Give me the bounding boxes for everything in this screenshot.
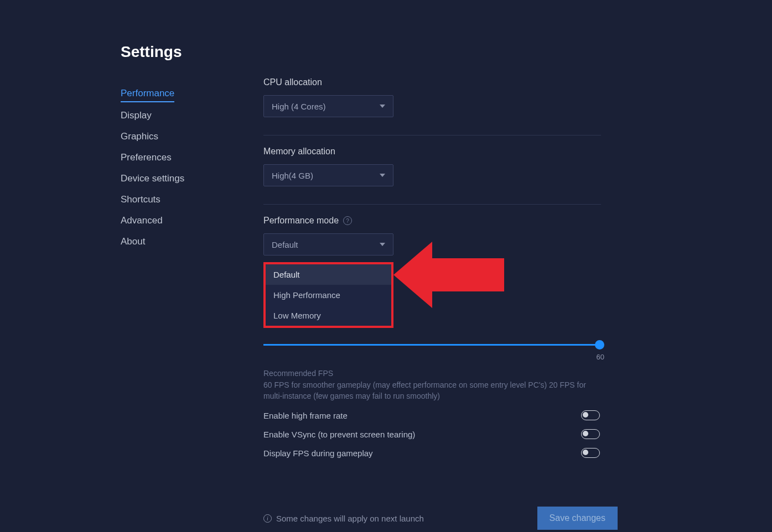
sidebar-item-device-settings[interactable]: Device settings <box>121 168 263 189</box>
chevron-down-icon <box>380 243 385 246</box>
sidebar-item-display[interactable]: Display <box>121 105 263 126</box>
red-arrow-annotation-icon <box>393 239 510 311</box>
toggle-display-fps-row: Display FPS during gameplay <box>263 448 600 458</box>
help-icon[interactable]: ? <box>343 216 352 225</box>
performance-mode-value: Default <box>272 240 298 249</box>
toggle-knob <box>583 431 588 436</box>
toggle-display-fps-label: Display FPS during gameplay <box>263 448 373 458</box>
memory-allocation-select[interactable]: High(4 GB) <box>263 164 393 186</box>
perf-mode-option-high-performance[interactable]: High Performance <box>266 285 391 305</box>
toggle-vsync[interactable] <box>581 429 600 439</box>
sidebar: Performance Display Graphics Preferences… <box>121 41 263 530</box>
cpu-allocation-label: CPU allocation <box>263 77 717 87</box>
cpu-allocation-value: High (4 Cores) <box>272 102 326 111</box>
chevron-down-icon <box>380 105 385 108</box>
perf-mode-option-low-memory[interactable]: Low Memory <box>266 305 391 326</box>
save-changes-button[interactable]: Save changes <box>537 507 618 530</box>
toggle-knob <box>583 450 588 455</box>
sidebar-item-about[interactable]: About <box>121 231 263 252</box>
perf-mode-option-default[interactable]: Default <box>266 264 391 285</box>
launch-notice-text: Some changes will apply on next launch <box>276 514 424 523</box>
fps-slider-value: 60 <box>597 353 604 361</box>
launch-notice: i Some changes will apply on next launch <box>263 514 424 523</box>
fps-slider-thumb[interactable] <box>595 340 604 350</box>
performance-mode-dropdown: Default High Performance Low Memory <box>263 262 393 328</box>
toggle-high-frame-rate-label: Enable high frame rate <box>263 411 348 420</box>
memory-allocation-group: Memory allocation High(4 GB) <box>263 147 717 186</box>
cpu-allocation-select[interactable]: High (4 Cores) <box>263 95 393 117</box>
fps-slider-section: 60 Recommended FPS 60 FPS for smoother g… <box>263 344 717 401</box>
chevron-down-icon <box>380 174 385 177</box>
sidebar-item-advanced[interactable]: Advanced <box>121 210 263 231</box>
performance-mode-select[interactable]: Default <box>263 233 393 255</box>
performance-mode-label: Performance mode ? <box>263 216 717 226</box>
footer: i Some changes will apply on next launch… <box>263 507 618 530</box>
fps-slider[interactable]: 60 <box>263 344 600 346</box>
sidebar-item-performance[interactable]: Performance <box>121 83 174 102</box>
info-icon: i <box>263 514 272 523</box>
cpu-allocation-group: CPU allocation High (4 Cores) <box>263 77 717 117</box>
divider <box>263 204 601 205</box>
sidebar-item-preferences[interactable]: Preferences <box>121 147 263 168</box>
toggle-vsync-row: Enable VSync (to prevent screen tearing) <box>263 429 600 439</box>
page-title: Settings <box>121 43 182 61</box>
memory-allocation-label: Memory allocation <box>263 147 717 157</box>
fps-helper-text: 60 FPS for smoother gameplay (may effect… <box>263 380 600 401</box>
fps-helper-title: Recommended FPS <box>263 369 717 378</box>
toggle-high-frame-rate-row: Enable high frame rate <box>263 410 600 420</box>
main-panel: CPU allocation High (4 Cores) Memory all… <box>263 41 772 530</box>
toggle-high-frame-rate[interactable] <box>581 410 600 420</box>
sidebar-item-shortcuts[interactable]: Shortcuts <box>121 189 263 210</box>
memory-allocation-value: High(4 GB) <box>272 171 313 180</box>
toggle-display-fps[interactable] <box>581 448 600 458</box>
toggle-knob <box>583 412 588 418</box>
divider <box>263 135 601 135</box>
sidebar-item-graphics[interactable]: Graphics <box>121 126 263 147</box>
toggle-vsync-label: Enable VSync (to prevent screen tearing) <box>263 430 415 439</box>
svg-marker-0 <box>393 242 504 308</box>
performance-mode-label-text: Performance mode <box>263 216 339 226</box>
